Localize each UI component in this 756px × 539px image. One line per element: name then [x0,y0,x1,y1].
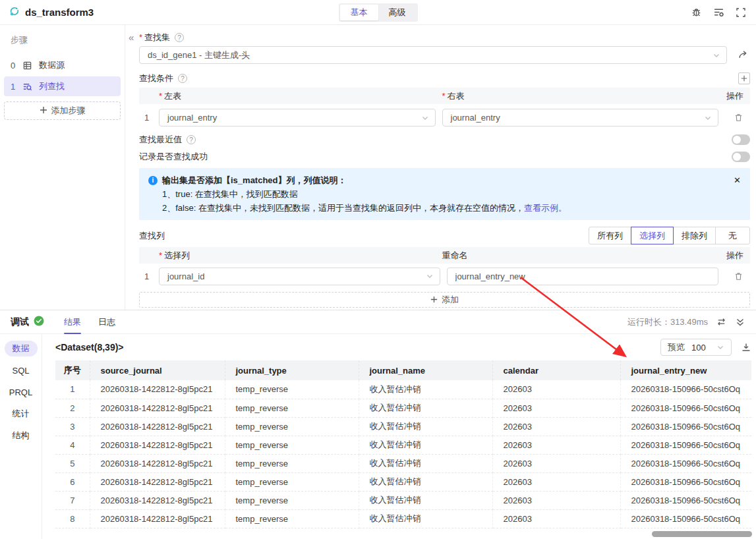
config-panel: « 查找集 ds_id_gene1 - 主键生成-头 查找 [125,25,756,310]
datasource-icon [22,61,32,71]
dataset-label: <Dataset(8,39)> [55,342,124,353]
cell: 20260318-1422812-8gl5pc21 [90,509,225,528]
cell: 20260318-150966-50cst6Oq [620,491,751,509]
cell: 202603 [492,472,620,491]
tab-sql[interactable]: SQL [5,362,38,378]
select-column-value: journal_id [167,271,204,281]
delete-row-icon[interactable] [734,271,743,281]
tab-basic[interactable]: 基本 [340,5,378,20]
resize-horizontal-icon[interactable] [716,316,727,327]
record-matched-toggle[interactable] [732,152,750,162]
row-index-cell: 1 [55,380,90,399]
row-index-cell: 3 [55,417,90,436]
nearest-value-toggle[interactable] [732,134,750,145]
download-icon[interactable] [741,342,751,353]
info-icon [148,176,158,185]
open-dataset-icon[interactable] [738,49,749,61]
row-index-cell: 7 [55,491,90,509]
add-column-button[interactable]: 添加 [139,292,750,308]
collapse-panel-icon[interactable] [735,317,745,327]
cell: 20260318-1422812-8gl5pc21 [90,417,225,436]
tab-advanced[interactable]: 高级 [378,5,417,20]
plus-icon [430,295,438,305]
app-title: ds_transform3 [25,7,94,18]
cell: 20260318-1422812-8gl5pc21 [90,399,225,417]
delete-row-icon[interactable] [734,113,743,123]
columns-table-header: 选择列 重命名 操作 [139,247,750,264]
runtime-label: 运行时长： [627,317,670,327]
collapse-panel-icon[interactable]: « [129,32,134,43]
tab-results[interactable]: 结果 [64,310,81,334]
condition-header-row: 查找条件 [139,72,750,85]
tab-stats[interactable]: 统计 [5,406,38,422]
add-step-button[interactable]: 添加步骤 [4,101,121,120]
select-column-select[interactable]: journal_id [159,268,440,285]
row-index-cell: 2 [55,399,90,417]
column-header-left-table: 左表 [159,90,436,102]
info-title: 输出集是否添加【is_matched】列，列值说明： [162,173,347,187]
debug-header: 调试 结果 日志 运行时长：313.49ms [0,310,756,334]
lookup-set-select[interactable]: ds_id_gene1 - 主键生成-头 [139,46,727,64]
preview-count-select[interactable]: 预览 100 [660,339,732,356]
step-item-datasource[interactable]: 0 数据源 [4,55,121,75]
help-icon[interactable] [178,74,187,83]
page: ds_transform3 基本 高级 [0,0,756,539]
right-table-select[interactable]: journal_entry [442,109,719,127]
lookup-set-label-row: 查找集 [139,32,750,43]
cell: 20260318-1422812-8gl5pc21 [90,491,225,509]
help-icon[interactable] [187,135,196,144]
columns-row: 1 journal_id [139,264,750,289]
mode-tabs: 基本 高级 [339,3,418,22]
view-example-link[interactable]: 查看示例。 [524,203,567,213]
chevron-down-icon [421,114,429,122]
cell: 202603 [492,509,620,528]
step-item-column-lookup[interactable]: 1 列查找 [4,76,121,96]
tab-logs[interactable]: 日志 [98,310,115,334]
table-row: 120260318-1422812-8gl5pc21temp_reverse收入… [55,380,751,399]
cell: 20260318-150966-50cst6Oq [620,454,751,472]
mode-exclude-columns[interactable]: 排除列 [673,227,716,244]
tab-data[interactable]: 数据 [5,341,38,356]
cell: 收入暂估冲销 [359,472,492,491]
cell: 收入暂估冲销 [359,454,492,472]
column-header-operation: 操作 [718,90,750,102]
table-row: 820260318-1422812-8gl5pc21temp_reverse收入… [55,509,751,528]
column-header-operation: 操作 [718,250,750,262]
chevron-down-icon [716,343,724,351]
steps-sidebar: 步骤 0 数据源 1 列查找 [0,25,125,310]
lookup-columns-header-row: 查找列 所有列 选择列 排除列 无 [139,227,750,244]
fullscreen-icon[interactable] [736,7,746,18]
tab-prql[interactable]: PRQL [5,384,38,400]
results-column-header: journal_entry_new [620,360,751,380]
tab-structure[interactable]: 结构 [5,428,38,443]
debug-body: 数据 SQL PRQL 统计 结构 <Dataset(8,39)> 预览 100 [0,334,756,539]
cell: 202603 [492,491,620,509]
condition-row: 1 journal_entry journal_entry [139,104,750,131]
runtime-text: 运行时长：313.49ms [627,316,708,328]
column-header-rename: 重命名 [442,250,719,262]
chevron-down-icon [712,51,720,59]
settings-list-icon[interactable] [713,7,724,18]
add-condition-button[interactable] [738,72,750,84]
lookup-set-label: 查找集 [139,32,170,43]
mode-none[interactable]: 无 [715,227,750,244]
table-row: 720260318-1422812-8gl5pc21temp_reverse收入… [55,491,751,509]
runtime-value: 313.49ms [670,317,708,327]
lookup-set-row: ds_id_gene1 - 主键生成-头 [139,46,750,64]
rename-input[interactable] [447,268,719,285]
nearest-value-label: 查找最近值 [139,134,182,146]
bug-icon[interactable] [691,7,702,18]
condition-table-header: 左表 右表 操作 [139,88,750,104]
help-icon[interactable] [175,33,184,42]
row-index-cell: 4 [55,436,90,454]
cell: 20260318-1422812-8gl5pc21 [90,472,225,491]
cell: 20260318-150966-50cst6Oq [620,399,751,417]
mode-select-columns[interactable]: 选择列 [631,227,674,244]
topbar-actions [691,7,756,18]
is-matched-info-box: 输出集是否添加【is_matched】列，列值说明： 1、true: 在查找集中… [139,168,750,220]
row-index-cell: 8 [55,509,90,528]
horizontal-scrollbar[interactable] [652,531,752,537]
mode-all-columns[interactable]: 所有列 [589,227,631,244]
left-table-select[interactable]: journal_entry [159,109,436,127]
close-icon[interactable]: ✕ [734,173,741,187]
